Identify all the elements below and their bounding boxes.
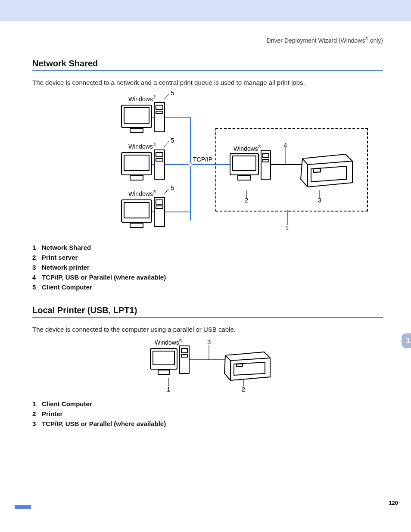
svg-rect-33 <box>233 156 256 171</box>
svg-rect-21 <box>124 155 149 171</box>
legend-item: 5Client Computer <box>32 283 383 291</box>
svg-rect-47 <box>181 348 187 353</box>
chapter-sup: ® <box>365 36 368 41</box>
svg-rect-16 <box>130 128 143 133</box>
windows-label: Windows® <box>128 190 156 197</box>
svg-rect-36 <box>263 153 269 158</box>
callout-3: 3 <box>207 338 211 345</box>
section2-legend: 1Client Computer 2Printer 3TCP/IP, USB o… <box>32 400 383 427</box>
tcpip-label: TCP/IP <box>193 156 212 163</box>
callout-5: 5 <box>171 184 174 191</box>
svg-rect-15 <box>124 108 149 123</box>
client-computer-icon <box>121 197 167 232</box>
legend-item: 2Printer <box>32 410 383 417</box>
section2-title: Local Printer (USB, LPT1) <box>32 305 383 315</box>
svg-rect-25 <box>156 159 163 161</box>
windows-label: Windows® <box>128 95 156 103</box>
svg-rect-37 <box>263 159 269 162</box>
callout-2: 2 <box>242 386 245 393</box>
svg-rect-30 <box>156 200 163 204</box>
callout-3: 3 <box>318 196 321 204</box>
svg-rect-38 <box>314 168 321 172</box>
windows-label: Windows® <box>234 144 261 152</box>
section1-rule <box>32 70 383 71</box>
side-tab: 11 <box>402 333 411 348</box>
svg-line-13 <box>164 189 169 195</box>
legend-item: 3Network printer <box>32 264 383 271</box>
network-shared-diagram: Windows® Windows® Windows® Windows® TCP/… <box>78 91 337 238</box>
client-computer-icon <box>121 103 167 137</box>
svg-line-11 <box>164 94 169 100</box>
chapter-text-after: only) <box>368 37 383 44</box>
callout-5: 5 <box>171 137 174 144</box>
callout-1: 1 <box>285 224 289 231</box>
section1-title: Network Shared <box>32 59 383 68</box>
section2-intro: The device is connected to the computer … <box>32 326 383 333</box>
svg-line-12 <box>164 141 169 147</box>
print-server-icon <box>230 151 273 184</box>
svg-rect-44 <box>153 351 174 365</box>
legend-item: 1Client Computer <box>32 400 383 408</box>
section2-rule <box>32 317 383 318</box>
windows-label: Windows® <box>155 338 182 346</box>
svg-rect-45 <box>158 370 169 374</box>
callout-2: 2 <box>245 196 248 204</box>
client-computer-icon <box>121 150 167 184</box>
svg-rect-19 <box>156 111 163 114</box>
local-printer-diagram: Windows® 3 1 2 <box>149 338 286 394</box>
legend-item: 2Print server <box>32 254 383 261</box>
section1-intro: The device is connected to a network and… <box>32 79 383 86</box>
section1-legend: 1Network Shared 2Print server 3Network p… <box>32 244 383 291</box>
svg-rect-27 <box>124 202 149 218</box>
top-bar <box>0 0 411 21</box>
svg-rect-18 <box>156 105 163 109</box>
chapter-header: Driver Deployment Wizard (Windows® only) <box>32 36 383 44</box>
printer-icon <box>222 344 274 382</box>
svg-rect-34 <box>238 176 251 180</box>
svg-rect-24 <box>156 152 163 157</box>
windows-label: Windows® <box>128 142 156 150</box>
client-computer-icon <box>150 346 193 379</box>
legend-item: 3TCP/IP, USB or Parallel (where availabl… <box>32 420 383 427</box>
callout-1: 1 <box>167 386 170 393</box>
callout-4: 4 <box>283 141 287 149</box>
svg-rect-48 <box>181 355 187 357</box>
svg-rect-22 <box>130 176 143 180</box>
svg-rect-5 <box>188 162 193 167</box>
callout-5: 5 <box>171 89 174 96</box>
legend-item: 1Network Shared <box>32 244 383 251</box>
legend-item: 4TCP/IP, USB or Parallel (where availabl… <box>32 274 383 281</box>
network-printer-icon <box>298 146 354 189</box>
svg-rect-31 <box>156 206 163 208</box>
svg-rect-49 <box>237 364 243 367</box>
svg-rect-28 <box>130 223 143 227</box>
chapter-text-before: Driver Deployment Wizard (Windows <box>267 37 365 44</box>
